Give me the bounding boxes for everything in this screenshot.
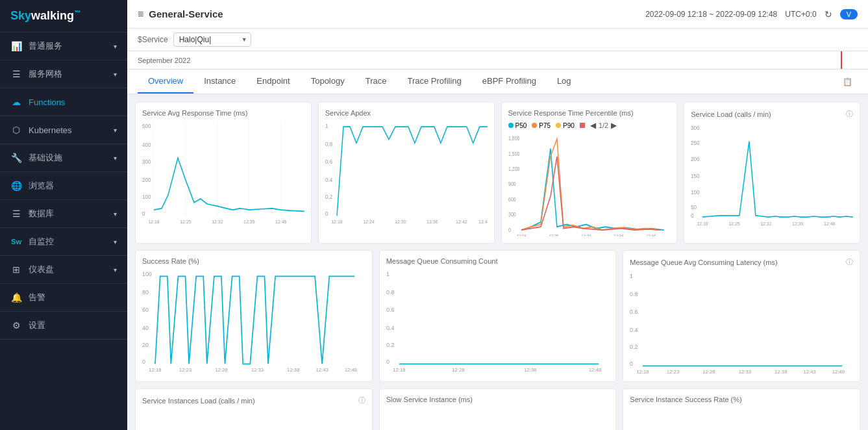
svg-text:12:46: 12:46: [646, 234, 656, 236]
svg-text:0: 0: [691, 212, 694, 220]
prev-btn[interactable]: ◀: [590, 121, 596, 130]
refresh-icon[interactable]: ↻: [825, 9, 832, 19]
chart-title: Message Queue Avg Consuming Latency (ms): [630, 259, 777, 266]
sidebar-item-settings[interactable]: ⚙设置: [0, 312, 127, 340]
svg-text:09-09: 09-09: [697, 225, 708, 227]
p90-label: P90: [563, 122, 575, 129]
sidebar-item-alarm[interactable]: 🔔告警: [0, 284, 127, 312]
svg-text:09-09: 09-09: [456, 223, 467, 225]
tab-overview[interactable]: Overview: [138, 70, 193, 94]
svg-text:09-09: 09-09: [824, 225, 836, 227]
next-btn[interactable]: ▶: [611, 121, 617, 130]
tab-instance[interactable]: Instance: [193, 70, 246, 94]
svg-text:09-09: 09-09: [523, 372, 536, 373]
chart-row-1: Service Avg Response Time (ms) 500 400 3…: [135, 102, 860, 244]
sidebar-item-browser[interactable]: 🌐浏览器: [0, 172, 127, 200]
chart-title: Service Instance Success Rate (%): [630, 396, 741, 403]
dashboard-icon: ⊞: [10, 264, 22, 275]
svg-text:500: 500: [142, 123, 151, 130]
sidebar-item-dashboard[interactable]: ⊞仪表盘▾: [0, 256, 127, 284]
svg-text:09-09: 09-09: [345, 372, 358, 373]
toggle-button[interactable]: V: [840, 9, 858, 19]
infrastructure-icon: 🔧: [10, 152, 22, 164]
svg-text:0: 0: [325, 210, 329, 218]
sidebar-label-browser: 浏览器: [29, 180, 54, 192]
svg-text:200: 200: [142, 176, 151, 183]
chart-title: Service Apdex: [325, 109, 371, 117]
tab-trace-profiling[interactable]: Trace Profiling: [397, 70, 471, 94]
svg-text:600: 600: [508, 196, 516, 203]
chart-area: 100 80 60 40 20 0 12:18 09-09 12:23 09-0…: [142, 269, 366, 373]
sidebar-item-functions[interactable]: ☁Functions: [0, 88, 127, 116]
svg-text:0: 0: [142, 359, 145, 365]
chevron-down-icon: ▾: [114, 155, 117, 162]
svg-text:12:18: 12:18: [516, 234, 526, 236]
info-icon[interactable]: ⓘ: [846, 257, 853, 267]
info-icon[interactable]: ⓘ: [358, 396, 366, 405]
sidebar-item-service-mesh[interactable]: ☰服务网格▾: [0, 60, 127, 88]
main-content: ≡ General-Service 2022-09-09 12:18 ~ 202…: [127, 0, 868, 430]
sidebar-item-kubernetes[interactable]: ⬡Kubernetes▾: [0, 116, 127, 144]
sidebar-label-self-monitor: 自监控: [29, 236, 54, 247]
svg-text:50: 50: [691, 203, 697, 210]
timeline-label: September 2022: [138, 57, 190, 64]
svg-text:09-09: 09-09: [792, 225, 804, 227]
svg-text:09-09: 09-09: [775, 374, 787, 375]
service-select-wrap[interactable]: Halo|Qiu|: [173, 32, 251, 47]
sidebar: Skywalking™ 📊普通服务▾☰服务网格▾☁Functions⬡Kuber…: [0, 0, 127, 430]
sidebar-item-database[interactable]: ☰数据库▾: [0, 200, 127, 228]
tab-log[interactable]: Log: [547, 70, 582, 94]
p50-label: P50: [515, 122, 527, 129]
svg-text:0.2: 0.2: [325, 193, 332, 200]
sidebar-item-normal-service[interactable]: 📊普通服务▾: [0, 32, 127, 60]
svg-text:1: 1: [386, 271, 390, 277]
svg-text:20: 20: [142, 342, 149, 348]
svg-text:200: 200: [691, 156, 700, 163]
svg-text:1: 1: [325, 123, 329, 130]
menu-icon: ≡: [138, 8, 143, 20]
database-icon: ☰: [10, 208, 22, 220]
svg-text:09-09: 09-09: [804, 374, 817, 375]
p50-dot: [508, 123, 514, 128]
sidebar-label-dashboard: 仪表盘: [29, 264, 54, 275]
chevron-down-icon: ▾: [114, 127, 117, 134]
chart-service-apdex: Service Apdex 1 0.8 0.6 0.4 0.2 0 12:18 …: [318, 102, 495, 244]
service-filter-label: $Service: [138, 35, 168, 44]
svg-text:09-09: 09-09: [427, 223, 438, 225]
tab-ebpf-profiling[interactable]: eBPF Profiling: [472, 70, 547, 94]
chart-title: Success Rate (%): [142, 257, 199, 265]
svg-text:09-09: 09-09: [331, 223, 343, 225]
notes-icon[interactable]: 📋: [837, 71, 858, 93]
service-select[interactable]: Halo|Qiu|: [173, 32, 251, 47]
chart-service-avg-response-time: Service Avg Response Time (ms) 500 400 3…: [135, 102, 312, 244]
svg-text:12:39: 12:39: [614, 234, 623, 236]
service-mesh-icon: ☰: [10, 68, 22, 80]
chart-title: Service Load (calls / min): [691, 110, 771, 118]
extra-dot: [580, 123, 585, 128]
svg-text:09-09: 09-09: [363, 223, 375, 225]
chart-row-2: Success Rate (%) 100 80 60 40 20 0 12:18…: [135, 250, 860, 382]
chart-area: 1 0.8 0.6 0.4 0.2 0 12:18 09-09 12:28 09…: [386, 269, 610, 373]
sidebar-item-self-monitor[interactable]: Sw自监控▾: [0, 228, 127, 256]
svg-text:0.2: 0.2: [630, 344, 638, 350]
svg-text:09-09: 09-09: [212, 223, 223, 225]
datetime-range: 2022-09-09 12:18 ~ 2022-09-09 12:48: [645, 10, 777, 19]
sidebar-item-infrastructure[interactable]: 🔧基础设施▾: [0, 144, 127, 172]
tab-endpoint[interactable]: Endpoint: [246, 70, 300, 94]
chart-title: Service Response Time Percentile (ms): [508, 109, 634, 117]
svg-text:0.8: 0.8: [386, 289, 394, 296]
svg-text:09-09: 09-09: [215, 372, 228, 373]
svg-text:250: 250: [691, 140, 700, 147]
info-icon[interactable]: ⓘ: [846, 109, 853, 119]
tab-trace[interactable]: Trace: [355, 70, 397, 94]
chevron-down-icon: ▾: [114, 266, 117, 273]
p75-dot: [532, 123, 537, 128]
topbar: ≡ General-Service 2022-09-09 12:18 ~ 202…: [127, 0, 868, 29]
svg-text:0.6: 0.6: [386, 307, 394, 313]
svg-text:09-09: 09-09: [702, 374, 715, 375]
svg-text:0.6: 0.6: [630, 309, 638, 315]
svg-text:300: 300: [508, 212, 516, 218]
svg-text:300: 300: [142, 158, 151, 166]
svg-text:09-09: 09-09: [832, 374, 845, 375]
tab-topology[interactable]: Topology: [301, 70, 355, 94]
